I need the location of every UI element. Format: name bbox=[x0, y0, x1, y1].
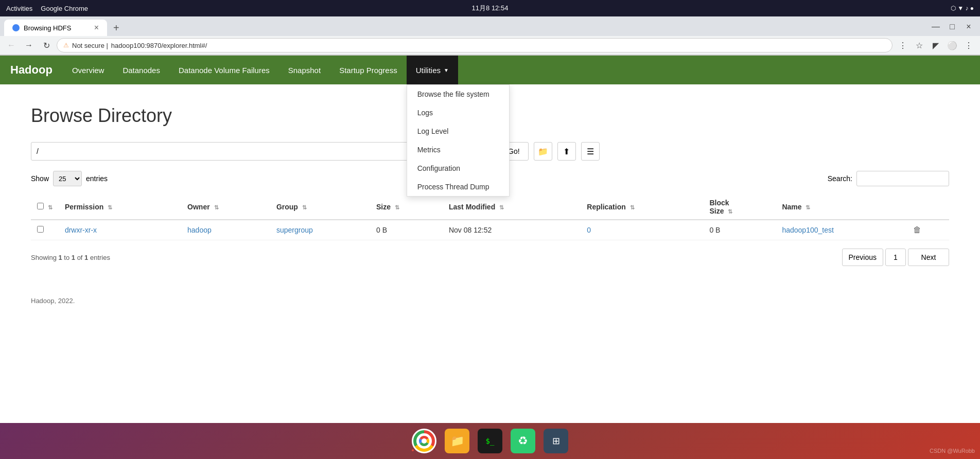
tab-title: Browsing HDFS bbox=[24, 24, 71, 32]
utilities-dropdown-button[interactable]: Utilities ▼ bbox=[407, 56, 458, 84]
account-button[interactable]: ⚪ bbox=[945, 38, 959, 52]
nav-item-datanode-volume-failures[interactable]: Datanode Volume Failures bbox=[169, 56, 279, 84]
row-checkbox[interactable] bbox=[37, 226, 44, 233]
hadoop-nav: Hadoop Overview Datanodes Datanode Volum… bbox=[0, 56, 980, 84]
dropdown-item-configuration[interactable]: Configuration bbox=[407, 159, 509, 178]
lock-icon: ⚠ bbox=[63, 42, 69, 49]
taskbar-chrome-dot bbox=[412, 449, 414, 451]
taskbar-recycle-icon[interactable]: ♻ bbox=[511, 429, 535, 453]
tab-favicon-icon bbox=[12, 24, 20, 31]
new-tab-button[interactable]: + bbox=[109, 20, 124, 36]
taskbar-files-icon[interactable]: 📁 bbox=[445, 429, 469, 453]
os-topbar: Activities Google Chrome 11月8 12:54 ⬡ ▼ … bbox=[0, 0, 980, 16]
address-bar[interactable]: ⚠ Not secure | hadoop100:9870/explorer.h… bbox=[57, 38, 892, 52]
menu-button[interactable]: ⋮ bbox=[961, 38, 976, 52]
tab-close-button[interactable]: × bbox=[94, 24, 99, 32]
hadoop-brand[interactable]: Hadoop bbox=[10, 63, 52, 77]
replication-sort-icon: ⇅ bbox=[630, 204, 635, 211]
os-topbar-right: ⬡ ▼ ♪ ● bbox=[951, 5, 974, 12]
minimize-button[interactable]: — bbox=[929, 20, 943, 34]
extensions-button[interactable]: ⋮ bbox=[896, 38, 910, 52]
forward-button[interactable]: → bbox=[22, 38, 36, 52]
th-block-size[interactable]: BlockSize ⇅ bbox=[703, 195, 776, 220]
maximize-button[interactable]: □ bbox=[945, 20, 959, 34]
taskbar-apps-icon[interactable]: ⊞ bbox=[544, 429, 568, 453]
permission-link[interactable]: drwxr-xr-x bbox=[65, 226, 97, 234]
show-entries-left: Show 10 25 50 100 entries bbox=[31, 171, 108, 186]
showing-of: 1 bbox=[84, 254, 88, 261]
nav-item-startup-progress[interactable]: Startup Progress bbox=[330, 56, 407, 84]
last-modified-sort-icon: ⇅ bbox=[499, 204, 504, 211]
cell-group: supergroup bbox=[270, 220, 370, 240]
cell-size: 0 B bbox=[370, 220, 443, 240]
nav-item-snapshot[interactable]: Snapshot bbox=[279, 56, 330, 84]
nav-item-overview[interactable]: Overview bbox=[63, 56, 114, 84]
taskbar: 📁 $_ ♻ ⊞ bbox=[0, 423, 980, 459]
os-systray: ⬡ ▼ ♪ ● bbox=[951, 5, 974, 12]
table-row: drwxr-xr-x hadoop supergroup 0 B Nov 08 … bbox=[31, 220, 949, 240]
folder-icon-button[interactable]: 📁 bbox=[534, 142, 552, 161]
showing-text: Showing 1 to 1 of 1 entries bbox=[31, 254, 110, 261]
page-1-button[interactable]: 1 bbox=[885, 249, 906, 266]
th-owner[interactable]: Owner ⇅ bbox=[181, 195, 270, 220]
list-icon-button[interactable]: ☰ bbox=[581, 142, 600, 161]
url-prefix: Not secure | bbox=[72, 42, 108, 49]
table-body: drwxr-xr-x hadoop supergroup 0 B Nov 08 … bbox=[31, 220, 949, 240]
name-sort-icon: ⇅ bbox=[806, 204, 810, 211]
cell-permission: drwxr-xr-x bbox=[59, 220, 181, 240]
footer-text: Hadoop, 2022. bbox=[31, 297, 75, 305]
th-name[interactable]: Name ⇅ bbox=[776, 195, 907, 220]
th-last-modified[interactable]: Last Modified ⇅ bbox=[443, 195, 581, 220]
showing-from: 1 bbox=[58, 254, 62, 261]
split-view-button[interactable]: ◤ bbox=[929, 38, 943, 52]
dropdown-item-logs[interactable]: Logs bbox=[407, 103, 509, 122]
dropdown-arrow-icon: ▼ bbox=[444, 67, 449, 73]
search-label: Search: bbox=[828, 174, 852, 183]
group-link[interactable]: supergroup bbox=[276, 226, 313, 234]
th-size[interactable]: Size ⇅ bbox=[370, 195, 443, 220]
cell-checkbox bbox=[31, 220, 59, 240]
taskbar-terminal-icon[interactable]: $_ bbox=[478, 429, 502, 453]
owner-link[interactable]: hadoop bbox=[187, 226, 212, 234]
taskbar-chrome-wrap bbox=[412, 429, 436, 453]
url-display: hadoop100:9870/explorer.html#/ bbox=[111, 42, 207, 49]
entries-select[interactable]: 10 25 50 100 bbox=[53, 171, 82, 186]
search-input[interactable] bbox=[856, 171, 949, 186]
replication-link[interactable]: 0 bbox=[587, 226, 591, 234]
dropdown-item-log-level[interactable]: Log Level bbox=[407, 122, 509, 140]
dropdown-item-browse-fs[interactable]: Browse the file system bbox=[407, 85, 509, 103]
utilities-dropdown[interactable]: Utilities ▼ Browse the file system Logs … bbox=[407, 56, 458, 84]
dropdown-item-metrics[interactable]: Metrics bbox=[407, 140, 509, 159]
reload-button[interactable]: ↻ bbox=[39, 38, 54, 52]
dropdown-item-process-thread-dump[interactable]: Process Thread Dump bbox=[407, 178, 509, 196]
next-button[interactable]: Next bbox=[908, 249, 949, 266]
th-permission[interactable]: Permission ⇅ bbox=[59, 195, 181, 220]
activities-label[interactable]: Activities bbox=[6, 5, 32, 12]
browser-chrome: Browsing HDFS × + — □ × ← → ↻ ⚠ Not secu… bbox=[0, 16, 980, 56]
th-replication[interactable]: Replication ⇅ bbox=[581, 195, 703, 220]
th-actions bbox=[907, 195, 949, 220]
show-label: Show bbox=[31, 174, 49, 183]
search-row: Search: bbox=[828, 171, 949, 186]
owner-sort-icon: ⇅ bbox=[214, 204, 219, 211]
th-group[interactable]: Group ⇅ bbox=[270, 195, 370, 220]
utilities-dropdown-menu: Browse the file system Logs Log Level Me… bbox=[407, 84, 510, 197]
pagination: Previous 1 Next bbox=[842, 249, 949, 266]
select-all-checkbox[interactable] bbox=[37, 203, 44, 209]
browser-tab[interactable]: Browsing HDFS × bbox=[4, 20, 107, 36]
taskbar-chrome-icon[interactable] bbox=[412, 429, 436, 453]
os-topbar-left: Activities Google Chrome bbox=[6, 5, 88, 12]
cell-last-modified: Nov 08 12:52 bbox=[443, 220, 581, 240]
previous-button[interactable]: Previous bbox=[842, 249, 883, 266]
bookmark-button[interactable]: ☆ bbox=[912, 38, 926, 52]
nav-item-datanodes[interactable]: Datanodes bbox=[113, 56, 169, 84]
back-button[interactable]: ← bbox=[4, 38, 19, 52]
browser-label[interactable]: Google Chrome bbox=[41, 5, 88, 12]
upload-icon-button[interactable]: ⬆ bbox=[557, 142, 576, 161]
block-size-sort-icon: ⇅ bbox=[728, 208, 732, 215]
name-link[interactable]: hadoop100_test bbox=[782, 226, 833, 234]
close-browser-button[interactable]: × bbox=[961, 20, 976, 34]
cell-delete: 🗑 bbox=[907, 220, 949, 240]
delete-icon[interactable]: 🗑 bbox=[913, 225, 921, 234]
data-table: ⇅ Permission ⇅ Owner ⇅ Group ⇅ Size ⇅ bbox=[31, 195, 949, 240]
